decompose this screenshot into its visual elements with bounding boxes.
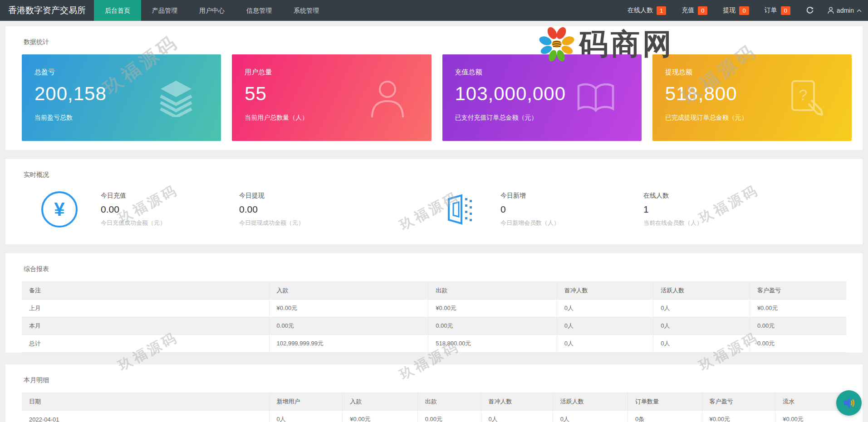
- cell-active: 0人: [653, 300, 750, 317]
- cell-flow: ¥0.00元: [775, 411, 846, 422]
- door-icon: [440, 190, 479, 229]
- realtime-panel-title: 实时概况: [16, 159, 852, 187]
- cell-payout: ¥0.00元: [428, 300, 557, 317]
- cell-remark: 本月: [22, 317, 269, 335]
- detail-header-new-users: 新增用户: [269, 393, 343, 411]
- cell-remark: 总计: [22, 335, 269, 353]
- detail-header-first-recharge: 首冲人数: [481, 393, 553, 411]
- cell-payout: 0.00元: [428, 317, 557, 335]
- cell-active: 0人: [553, 411, 628, 422]
- detail-panel: 本月明细 日期 新增用户 入款 出款 首冲人数 活跃人数 订单数量 客户盈亏 流…: [5, 364, 863, 422]
- report-row-this-month: 本月 0.00元 0.00元 0人 0人 0.00元: [22, 317, 846, 335]
- stat-card-total-pnl: 总盈亏 200,158 当前盈亏总数: [22, 54, 221, 141]
- speaker-icon: [842, 396, 856, 410]
- stat-card-label: 提现总额: [665, 68, 839, 77]
- stat-card-total-recharge: 充值总额 103,000,000 已支付充值订单总金额（元）: [442, 54, 642, 141]
- realtime-item-today-recharge: 今日充值 0.00 今日充值成功金额（元）: [101, 192, 239, 227]
- stats-panel: 数据统计 总盈亏 200,158 当前盈亏总数 用户总量 55 当前用户总数量（…: [5, 26, 863, 150]
- cell-date: 2022-04-01: [22, 411, 269, 422]
- cell-first-recharge: 0人: [481, 411, 553, 422]
- counter-orders-badge: 0: [781, 6, 790, 15]
- report-panel-title: 综合报表: [16, 253, 852, 281]
- report-row-total: 总计 102,999,999.99元 518,800.00元 0人 0人 0.0…: [22, 335, 846, 353]
- cell-first-recharge: 0人: [557, 300, 653, 317]
- cell-orders: 0条: [628, 411, 702, 422]
- realtime-caption: 今日充值成功金额（元）: [101, 219, 239, 227]
- refresh-icon[interactable]: [806, 6, 814, 15]
- realtime-value: 0.00: [239, 204, 440, 215]
- sound-toggle-button[interactable]: [836, 390, 862, 416]
- detail-header-deposit: 入款: [343, 393, 417, 411]
- app-title: 香港数字资产交易所: [0, 0, 94, 21]
- cell-active: 0人: [653, 317, 750, 335]
- yen-circle-icon: ¥: [40, 190, 79, 229]
- cell-active: 0人: [653, 335, 750, 353]
- menu-item-system[interactable]: 系统管理: [283, 0, 330, 21]
- cell-deposit: ¥0.00元: [343, 411, 417, 422]
- username: admin: [837, 7, 854, 14]
- detail-header-flow: 流水: [775, 393, 846, 411]
- detail-header-row: 日期 新增用户 入款 出款 首冲人数 活跃人数 订单数量 客户盈亏 流水: [22, 393, 846, 411]
- cell-pnl: 0.00元: [750, 335, 846, 353]
- report-header-active: 活跃人数: [653, 282, 750, 300]
- cell-new-users: 0人: [269, 411, 343, 422]
- realtime-value: 0: [500, 204, 643, 215]
- cell-deposit: 0.00元: [269, 317, 428, 335]
- report-header-pnl: 客户盈亏: [750, 282, 846, 300]
- counter-withdraw-badge: 0: [739, 6, 749, 15]
- stat-card-total-withdraw: 提现总额 518,800 已完成提现订单总金额（元） ?: [652, 54, 852, 141]
- menu-item-products[interactable]: 产品管理: [141, 0, 188, 21]
- report-header-payout: 出款: [428, 282, 557, 300]
- user-menu[interactable]: admin: [828, 7, 862, 14]
- cell-payout: 518,800.00元: [428, 335, 557, 353]
- realtime-label: 今日新增: [500, 192, 643, 200]
- report-table: 备注 入款 出款 首冲人数 活跃人数 客户盈亏 上月 ¥0.00元 ¥0.00元…: [22, 281, 846, 353]
- counter-orders[interactable]: 订单 0: [765, 6, 790, 15]
- chevron-up-icon: [857, 9, 862, 12]
- detail-header-orders: 订单数量: [628, 393, 702, 411]
- counter-orders-label: 订单: [765, 6, 777, 15]
- stat-card-label: 总盈亏: [34, 68, 208, 77]
- book-icon: [575, 79, 617, 117]
- cell-deposit: 102,999,999.99元: [269, 335, 428, 353]
- detail-header-payout: 出款: [417, 393, 481, 411]
- cell-pnl: ¥0.00元: [750, 300, 846, 317]
- report-row-last-month: 上月 ¥0.00元 ¥0.00元 0人 0人 ¥0.00元: [22, 300, 846, 317]
- realtime-caption: 今日提现成功金额（元）: [239, 219, 440, 227]
- realtime-row: ¥ 今日充值 0.00 今日充值成功金额（元） 今日提现 0.00 今日提现成功…: [16, 187, 852, 244]
- detail-row: 2022-04-01 0人 ¥0.00元 0.00元 0人 0人 0条 ¥0.0…: [22, 411, 846, 422]
- detail-header-active: 活跃人数: [553, 393, 628, 411]
- counter-withdraw[interactable]: 提现 0: [723, 6, 749, 15]
- cell-pnl: ¥0.00元: [702, 411, 775, 422]
- cell-remark: 上月: [22, 300, 269, 317]
- counter-recharge-badge: 0: [698, 6, 707, 15]
- detail-panel-title: 本月明细: [16, 364, 852, 393]
- realtime-item-online: 在线人数 1 当前在线会员数（人）: [643, 192, 852, 227]
- counter-online[interactable]: 在线人数 1: [628, 6, 666, 15]
- user-icon: [368, 78, 407, 118]
- realtime-label: 在线人数: [643, 192, 852, 200]
- realtime-label: 今日提现: [239, 192, 440, 200]
- stat-card-label: 用户总量: [245, 68, 418, 77]
- stat-card-label: 充值总额: [455, 68, 629, 77]
- note-question-icon: ?: [788, 78, 827, 117]
- cell-first-recharge: 0人: [557, 335, 653, 353]
- person-icon: [828, 7, 834, 14]
- menu-item-dashboard[interactable]: 后台首页: [94, 0, 141, 21]
- detail-header-pnl: 客户盈亏: [702, 393, 775, 411]
- counter-recharge-label: 充值: [682, 6, 694, 15]
- menu-item-users[interactable]: 用户中心: [188, 0, 235, 21]
- stats-panel-title: 数据统计: [16, 26, 852, 54]
- menu-item-information[interactable]: 信息管理: [235, 0, 283, 21]
- top-navbar: 香港数字资产交易所 后台首页 产品管理 用户中心 信息管理 系统管理 在线人数 …: [0, 0, 868, 21]
- realtime-panel: 实时概况 ¥ 今日充值 0.00 今日充值成功金额（元） 今日提现 0.00 今…: [5, 159, 863, 244]
- realtime-item-today-new: 今日新增 0 今日新增会员数（人）: [500, 192, 643, 227]
- navbar-right: 在线人数 1 充值 0 提现 0 订单 0 admin: [612, 0, 868, 21]
- report-header-row: 备注 入款 出款 首冲人数 活跃人数 客户盈亏: [22, 282, 846, 300]
- page-content: 数据统计 总盈亏 200,158 当前盈亏总数 用户总量 55 当前用户总数量（…: [0, 21, 868, 422]
- main-menu: 后台首页 产品管理 用户中心 信息管理 系统管理: [94, 0, 330, 21]
- report-header-remark: 备注: [22, 282, 269, 300]
- cell-pnl: 0.00元: [750, 317, 846, 335]
- realtime-caption: 当前在线会员数（人）: [643, 219, 852, 227]
- counter-recharge[interactable]: 充值 0: [682, 6, 707, 15]
